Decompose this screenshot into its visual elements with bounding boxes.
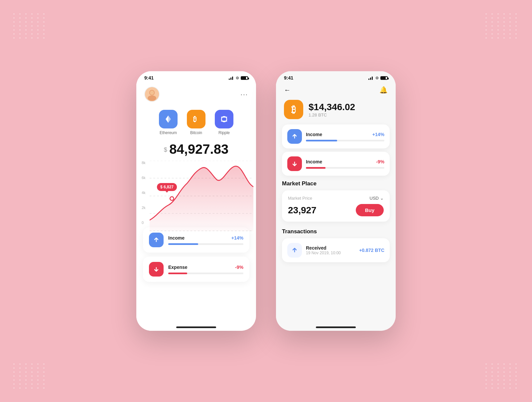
market-card: Market Price USD ⌄ 23,927 Buy — [282, 190, 390, 222]
income-progress-fill — [168, 243, 198, 245]
ethereum-item[interactable]: Ethereum — [159, 110, 178, 135]
expense-card[interactable]: Expense -9% — [143, 257, 249, 282]
chevron-down-icon: ⌄ — [380, 196, 384, 201]
balance-currency: $ — [164, 146, 167, 153]
bitcoin-icon: ₿ — [187, 110, 205, 128]
market-section: Market Place Market Price USD ⌄ 23,927 B… — [276, 176, 396, 224]
p2-income-up-icon — [287, 129, 302, 144]
p2-income-down-title: Income — [306, 159, 322, 164]
phone2-nav: ← 🔔 — [276, 83, 396, 97]
transaction-icon — [287, 243, 302, 258]
phone1-content: ··· Ethereum — [136, 83, 256, 321]
bottom-bar-2 — [276, 321, 396, 331]
status-bar-1: 9:41 ⊜ — [136, 71, 256, 83]
status-bar-2: 9:41 ⊜ — [276, 71, 396, 83]
signal-icon — [229, 76, 234, 80]
ripple-icon — [215, 110, 233, 128]
income-progress-bar — [168, 243, 243, 245]
p2-income-down-card[interactable]: Income -9% — [282, 152, 390, 176]
transaction-date: 19 Nov 2019, 10:00 — [306, 251, 355, 255]
transaction-amount: +0.872 BTC — [359, 248, 384, 253]
price-bubble: $ 6,827 — [157, 183, 177, 191]
market-value: 23,927 — [288, 205, 317, 216]
bottom-bar-1 — [136, 321, 256, 331]
notification-bell-icon[interactable]: 🔔 — [379, 86, 388, 94]
phones-container: 9:41 ⊜ — [136, 71, 396, 331]
bitcoin-item[interactable]: ₿ Bitcoin — [187, 110, 205, 135]
wifi-icon-2: ⊜ — [375, 76, 379, 80]
ripple-item[interactable]: Ripple — [215, 110, 233, 135]
dots-top-left: for(let i=0;i<42;i++) document.write('<d… — [13, 13, 47, 39]
transaction-info: Received 19 Nov 2019, 10:00 — [306, 245, 355, 255]
phone1-header: ··· — [136, 83, 256, 104]
balance-amount: 84,927.83 — [169, 142, 228, 156]
transactions-section: Transactions Received 19 Nov 2019, 10:00… — [276, 224, 396, 265]
p2-income-title: Income — [306, 132, 322, 137]
phone2: 9:41 ⊜ ← 🔔 ₿ $14,346.02 — [276, 71, 396, 331]
p2-income-percent: +14% — [372, 132, 384, 137]
coin-sub: 1.28 BTC — [309, 112, 355, 117]
dots-bottom-right: for(let i=0;i<42;i++) document.write('<d… — [485, 363, 519, 389]
back-button[interactable]: ← — [284, 86, 291, 94]
ethereum-label: Ethereum — [160, 130, 177, 135]
wifi-icon: ⊜ — [236, 76, 239, 80]
battery-icon-2 — [380, 76, 388, 80]
market-title: Market Place — [282, 180, 390, 187]
balance-section: $ 84,927.83 — [136, 139, 256, 158]
bitcoin-icon-large: ₿ — [284, 100, 303, 119]
dots-bottom-left: for(let i=0;i<42;i++) document.write('<d… — [13, 363, 47, 389]
expense-icon — [149, 262, 164, 277]
p2-income-down-progress — [306, 167, 384, 169]
chart-svg — [150, 161, 253, 231]
cards-section: Income +14% — [136, 225, 256, 321]
p2-income-progress — [306, 140, 384, 141]
market-price-label: Market Price — [288, 196, 312, 201]
status-icons-1: ⊜ — [229, 76, 248, 80]
transaction-item[interactable]: Received 19 Nov 2019, 10:00 +0.872 BTC — [282, 238, 390, 262]
phone1: 9:41 ⊜ — [136, 71, 256, 331]
income-icon — [149, 233, 164, 247]
svg-point-2 — [148, 96, 156, 101]
svg-text:₿: ₿ — [193, 115, 197, 123]
menu-dots[interactable]: ··· — [240, 91, 248, 98]
expense-info: Expense -9% — [168, 265, 243, 274]
chart-container: 8k 6k 4k 2k 0 — [136, 158, 256, 225]
p2-income-up-card[interactable]: Income +14% — [282, 124, 390, 148]
expense-progress-bar — [168, 273, 243, 274]
phone2-content: ← 🔔 ₿ $14,346.02 1.28 BTC — [276, 83, 396, 321]
signal-icon-2 — [368, 76, 374, 80]
dots-top-right: for(let i=0;i<42;i++) document.write('<d… — [485, 13, 519, 39]
coin-header: ₿ $14,346.02 1.28 BTC — [276, 97, 396, 124]
svg-point-17 — [170, 197, 174, 200]
ethereum-icon — [159, 110, 178, 128]
svg-marker-5 — [166, 115, 168, 120]
p2-income-down-percent: -9% — [376, 159, 384, 164]
status-time-1: 9:41 — [144, 75, 154, 81]
bitcoin-label: Bitcoin — [190, 130, 202, 135]
transaction-name: Received — [306, 245, 355, 251]
expense-progress-fill — [168, 273, 187, 274]
battery-icon — [241, 76, 248, 80]
currency-label: USD — [370, 196, 379, 201]
crypto-row: Ethereum ₿ Bitcoin — [136, 104, 256, 139]
p2-income-cards: Income +14% — [276, 124, 396, 176]
income-title: Income — [168, 235, 185, 241]
p2-income-down-icon — [287, 156, 302, 171]
expense-percent: -9% — [235, 265, 243, 270]
avatar-image — [145, 87, 159, 101]
ripple-label: Ripple — [218, 130, 230, 135]
status-icons-2: ⊜ — [368, 76, 388, 80]
coin-value: $14,346.02 — [309, 102, 355, 112]
home-indicator-1 — [176, 326, 216, 328]
income-percent: +14% — [231, 235, 243, 241]
buy-button[interactable]: Buy — [356, 204, 384, 216]
currency-select[interactable]: USD ⌄ — [370, 196, 384, 201]
home-indicator-2 — [316, 326, 356, 328]
svg-marker-4 — [168, 115, 171, 120]
income-info: Income +14% — [168, 235, 243, 245]
expense-title: Expense — [168, 265, 188, 270]
chart-y-labels: 8k 6k 4k 2k 0 — [142, 161, 146, 225]
status-time-2: 9:41 — [284, 75, 293, 81]
avatar[interactable] — [144, 87, 160, 102]
coin-values: $14,346.02 1.28 BTC — [309, 102, 355, 117]
